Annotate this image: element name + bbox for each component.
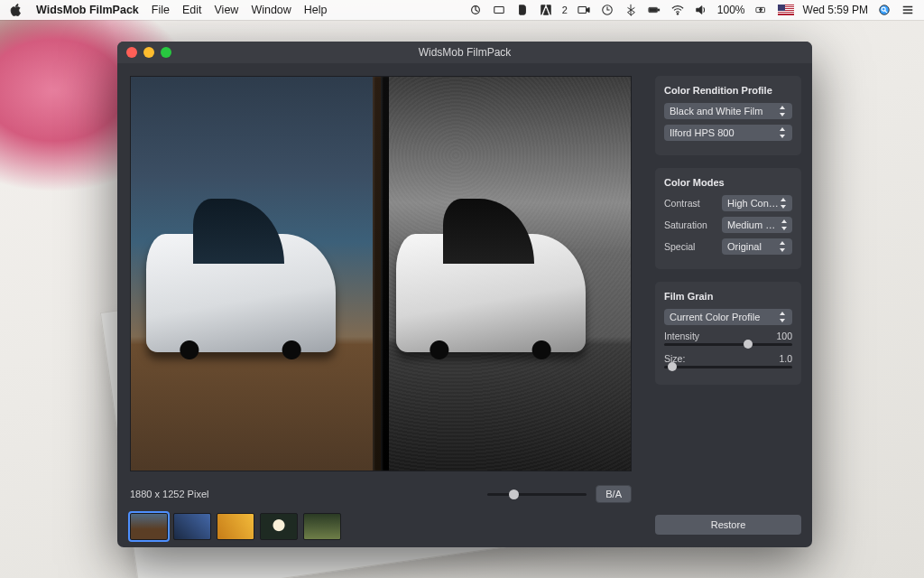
time-machine-icon[interactable] (600, 3, 614, 17)
panel-title: Film Grain (664, 291, 792, 302)
app-window: WidsMob FilmPack 1880 x 1252 Pixel (117, 42, 812, 547)
special-label: Special (664, 241, 715, 252)
contrast-select[interactable]: High Contrast (722, 195, 792, 211)
svg-rect-1 (494, 7, 504, 14)
contrast-label: Contrast (664, 198, 715, 209)
settings-sidebar: Color Rendition Profile Black and White … (644, 63, 812, 547)
evernote-icon[interactable] (515, 3, 530, 17)
restore-button[interactable]: Restore (655, 515, 801, 535)
notification-center-icon[interactable] (901, 3, 915, 17)
spotlight-icon[interactable] (877, 3, 892, 17)
grain-profile-select[interactable]: Current Color Profile (664, 309, 792, 325)
size-slider[interactable] (664, 366, 792, 368)
chevron-updown-icon (778, 312, 787, 322)
panel-title: Color Modes (664, 177, 792, 188)
saturation-value: Medium Hig… (727, 219, 780, 230)
battery-menu-icon[interactable] (647, 3, 661, 17)
chevron-updown-icon (779, 198, 787, 209)
apple-menu-icon[interactable] (9, 3, 23, 17)
menu-window[interactable]: Window (251, 4, 291, 16)
minimize-button[interactable] (143, 47, 154, 58)
slider-knob[interactable] (668, 362, 677, 371)
slider-knob[interactable] (744, 340, 753, 349)
thumbnail-2[interactable] (173, 513, 211, 540)
svg-rect-5 (650, 8, 657, 12)
wifi-icon[interactable] (670, 3, 685, 17)
before-after-toggle[interactable]: B/A (596, 485, 632, 503)
input-source-flag-icon[interactable] (778, 5, 794, 15)
thumbnail-3[interactable] (217, 513, 254, 540)
special-value: Original (727, 241, 762, 252)
adobe-badge: 2 (562, 5, 568, 15)
special-select[interactable]: Original (722, 238, 792, 255)
chevron-updown-icon (778, 106, 787, 117)
film-stock-value: Ilford HPS 800 (670, 127, 735, 138)
before-after-preview[interactable] (130, 76, 632, 471)
pole-decor (373, 77, 381, 471)
svg-rect-6 (658, 9, 659, 11)
preview-after (381, 77, 631, 471)
close-button[interactable] (126, 47, 137, 58)
intensity-slider[interactable] (664, 343, 792, 346)
pole-decor (381, 77, 389, 471)
menubar-clock[interactable]: Wed 5:59 PM (803, 4, 868, 16)
macos-menubar: WidsMob FilmPack File Edit View Window H… (0, 0, 924, 20)
thumbnail-5[interactable] (303, 513, 341, 540)
status-icon-1[interactable] (468, 3, 483, 17)
chevron-updown-icon (780, 219, 787, 230)
thumbnail-1[interactable] (130, 513, 168, 540)
menu-view[interactable]: View (215, 4, 239, 16)
svg-point-7 (677, 14, 679, 15)
preview-before (131, 77, 381, 471)
film-stock-select[interactable]: Ilford HPS 800 (664, 125, 792, 141)
intensity-label: Intensity (664, 331, 699, 341)
grain-profile-value: Current Color Profile (670, 312, 760, 322)
traffic-lights (126, 47, 171, 58)
intensity-value: 100 (776, 331, 792, 341)
saturation-select[interactable]: Medium Hig… (722, 217, 792, 233)
charging-icon (754, 3, 769, 17)
bluetooth-icon[interactable] (624, 3, 638, 17)
panel-title: Color Rendition Profile (664, 85, 792, 96)
chevron-updown-icon (778, 127, 787, 138)
panel-color-modes: Color Modes Contrast High Contrast Satur… (655, 168, 801, 269)
film-type-select[interactable]: Black and White Film (664, 103, 792, 119)
size-value: 1.0 (779, 353, 792, 364)
screen-record-icon[interactable] (577, 3, 591, 17)
svg-rect-2 (578, 7, 587, 14)
menu-edit[interactable]: Edit (182, 4, 202, 16)
thumbnail-4[interactable] (260, 513, 298, 540)
svg-point-9 (880, 5, 890, 15)
volume-icon[interactable] (694, 3, 708, 17)
status-icon-2[interactable] (492, 3, 506, 17)
main-pane: 1880 x 1252 Pixel B/A (117, 63, 644, 547)
thumbnail-strip (130, 513, 632, 540)
car-illustration (396, 234, 587, 352)
menu-file[interactable]: File (152, 4, 170, 16)
saturation-label: Saturation (664, 219, 715, 230)
chevron-updown-icon (778, 241, 787, 252)
window-title: WidsMob FilmPack (117, 46, 812, 59)
contrast-value: High Contrast (727, 198, 779, 209)
panel-color-rendition: Color Rendition Profile Black and White … (655, 76, 801, 155)
zoom-slider[interactable] (487, 493, 587, 496)
panel-film-grain: Film Grain Current Color Profile Intensi… (655, 282, 801, 385)
film-type-value: Black and White Film (670, 106, 762, 117)
menu-help[interactable]: Help (304, 4, 328, 16)
menubar-app-name[interactable]: WidsMob FilmPack (36, 4, 139, 16)
zoom-button[interactable] (161, 47, 171, 58)
car-illustration (146, 234, 337, 352)
image-dimensions: 1880 x 1252 Pixel (130, 489, 208, 499)
desktop-background: WidsMob FilmPack File Edit View Window H… (0, 0, 924, 578)
window-titlebar[interactable]: WidsMob FilmPack (117, 42, 812, 63)
adobe-icon[interactable] (539, 3, 553, 17)
battery-percent: 100% (717, 4, 745, 16)
